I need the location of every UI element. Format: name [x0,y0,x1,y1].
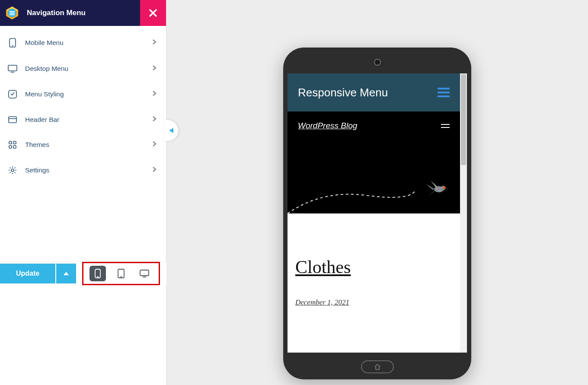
sidebar-item-themes[interactable]: Themes [0,132,166,157]
site-menu-button[interactable] [441,124,450,128]
tablet-icon [118,269,125,278]
site-branding-row: WordPress Blog [298,121,450,130]
device-mobile-button[interactable] [89,266,106,281]
desktop-icon [8,65,17,73]
hamburger-button[interactable] [438,88,450,97]
update-dropdown-button[interactable] [56,264,76,283]
triangle-left-icon [169,128,173,133]
chevron-right-icon [152,116,157,124]
sidebar-item-label: Settings [25,166,49,174]
phone-preview-frame: Responsive Menu WordPress Blog [283,48,471,379]
svg-rect-23 [140,270,149,276]
svg-rect-16 [13,146,16,148]
sidebar-item-label: Mobile Menu [25,39,64,47]
post-date-link[interactable]: December 1, 2021 [295,298,349,307]
mobile-icon [95,269,101,278]
svg-marker-25 [169,128,173,133]
chevron-right-icon [152,65,157,73]
desktop-icon [140,270,149,277]
sidebar-menu-list: Mobile Menu Desktop Menu Menu Styling He… [0,26,166,183]
header-illustration [288,175,460,213]
sidebar-item-menu-styling[interactable]: Menu Styling [0,81,166,107]
hamburger-line-icon [438,95,450,97]
sidebar-bottom-bar: Update [0,261,166,285]
sidebar-header: Navigation Menu [0,0,166,26]
sidebar-item-label: Themes [25,141,49,149]
hamburger-line-icon [438,88,450,89]
sidebar-item-label: Menu Styling [25,90,64,98]
device-desktop-button[interactable] [136,266,153,281]
update-button[interactable]: Update [0,264,55,283]
post-title-link[interactable]: Clothes [295,257,351,277]
sidebar-item-desktop-menu[interactable]: Desktop Menu [0,56,166,81]
styling-icon [8,90,17,99]
svg-rect-3 [10,11,15,12]
mobile-icon [8,38,17,48]
phone-home-button[interactable] [361,360,394,373]
preview-scrollbar[interactable] [460,73,467,353]
svg-rect-14 [13,141,16,144]
responsive-menu-header: Responsive Menu [288,73,460,111]
header-bar-icon [8,116,17,123]
collapse-sidebar-button[interactable] [164,120,178,141]
chevron-right-icon [152,90,157,98]
svg-rect-11 [9,117,16,123]
svg-marker-18 [64,272,69,275]
site-title-link[interactable]: WordPress Blog [298,121,357,130]
chevron-right-icon [152,141,157,149]
hamburger-line-icon [438,92,450,93]
sidebar-item-header-bar[interactable]: Header Bar [0,107,166,132]
gear-icon [8,166,17,175]
chevron-right-icon [152,166,157,174]
device-tablet-button[interactable] [113,266,129,281]
sidebar-title: Navigation Menu [27,9,86,17]
phone-screen: Responsive Menu WordPress Blog [288,73,467,353]
svg-rect-4 [10,13,15,14]
sidebar-item-settings[interactable]: Settings [0,157,166,183]
grid-icon [8,141,17,149]
menu-line-icon [441,127,450,128]
app-logo [5,6,19,20]
svg-point-17 [11,169,14,172]
svg-rect-13 [9,141,12,144]
sidebar-item-label: Header Bar [25,116,59,124]
close-icon [149,9,157,17]
menu-line-icon [441,124,450,125]
site-header: WordPress Blog [288,111,460,213]
post-content: Clothes December 1, 2021 [288,213,460,307]
phone-camera-icon [374,59,381,66]
svg-rect-5 [10,14,15,15]
sidebar-panel: Navigation Menu Mobile Menu Desktop Menu… [0,0,166,385]
home-icon [374,364,381,370]
bird-icon [425,180,450,198]
triangle-up-icon [64,272,69,275]
svg-rect-15 [9,146,12,148]
dashed-path-icon [288,188,417,213]
chevron-right-icon [152,39,157,47]
sidebar-item-mobile-menu[interactable]: Mobile Menu [0,29,166,56]
device-preview-group [82,262,160,285]
close-button[interactable] [140,0,166,26]
svg-rect-8 [8,65,17,71]
responsive-menu-title: Responsive Menu [298,86,388,99]
sidebar-item-label: Desktop Menu [25,65,68,73]
